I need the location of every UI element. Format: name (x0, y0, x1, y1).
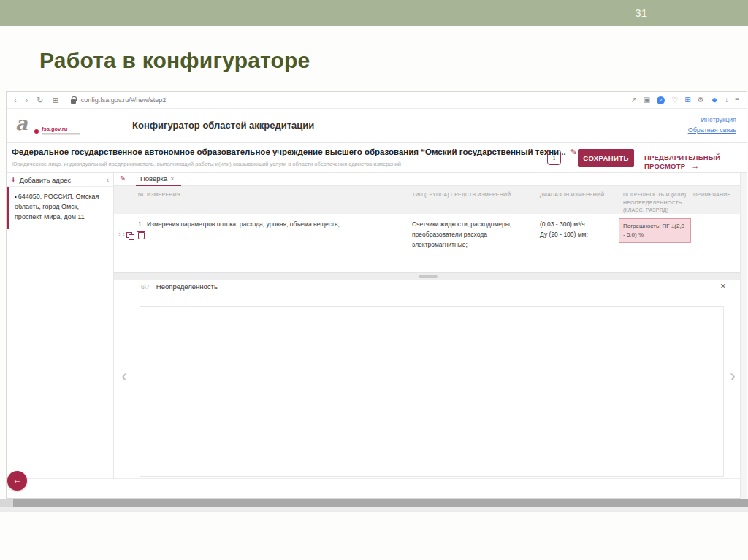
save-button[interactable]: СОХРАНИТЬ (578, 149, 634, 167)
share-icon[interactable]: ↗ (630, 96, 636, 104)
horizontal-scrollbar-track[interactable] (0, 499, 748, 507)
preview-link[interactable]: ПРЕДВАРИТЕЛЬНЫЙ ПРОСМОТР→ (644, 153, 747, 170)
close-panel-icon[interactable]: × (720, 280, 726, 291)
row-measurement: Измерения параметров потока, расхода, ур… (147, 219, 388, 229)
header-links: Инструкция Обратная связь (688, 115, 736, 135)
address-sidebar: + Добавить адрес ‹ •644050, РОССИЯ, Омск… (7, 173, 114, 479)
fsa-logo: a fsa.gov.ru (15, 113, 103, 134)
delete-row-icon[interactable] (138, 232, 145, 239)
add-address-button[interactable]: Добавить адрес (19, 176, 71, 184)
app-title: Конфигуратор областей аккредитации (132, 120, 314, 131)
column-header-type: ТИП (ГРУППА) СРЕДСТВ ИЗМЕРЕНИЙ (412, 191, 511, 199)
row-number: 1 (138, 219, 142, 229)
horizontal-scrollbar-thumb[interactable] (13, 499, 748, 507)
fsa-logo-letter: a (15, 112, 28, 134)
uncertainty-panel-header: 6\7Неопределенность (141, 283, 218, 291)
lock-icon (71, 99, 76, 104)
tab-bar: ✎ Поверка× (114, 173, 741, 186)
main-panel: ✎ Поверка× № ИЗМЕРЕНИЯ ТИП (ГРУППА) СРЕД… (114, 173, 741, 479)
cart-icon[interactable]: ⊞ (684, 96, 690, 104)
plus-icon: + (11, 175, 15, 184)
app-header: a fsa.gov.ru Конфигуратор областей аккре… (7, 109, 747, 143)
content-area: + Добавить адрес ‹ •644050, РОССИЯ, Омск… (7, 173, 741, 479)
address-list-item[interactable]: •644050, РОССИЯ, Омская область, город О… (7, 187, 113, 229)
organization-subtitle: Юридическое лицо, индивидуальный предпри… (12, 161, 401, 167)
divider-grip-icon (419, 275, 438, 278)
column-header-note: ПРИМЕЧАНИЕ (693, 191, 730, 199)
fsa-logo-site: fsa.gov.ru (42, 126, 67, 132)
info-document-icon[interactable]: i (547, 150, 561, 165)
uncertainty-carousel-box (140, 306, 724, 477)
instruction-link[interactable]: Инструкция (688, 115, 736, 125)
shield-icon[interactable]: ✓ (657, 96, 665, 104)
fsa-logo-dot (34, 129, 39, 134)
arrow-right-icon: → (691, 161, 699, 170)
close-tab-icon[interactable]: × (170, 175, 174, 183)
carousel-prev-icon[interactable]: ‹ (121, 366, 127, 386)
row-measurement-range: (0,03 - 300) м³/ч Ду (20 - 100) мм; (540, 219, 613, 239)
organization-name: Федеральное государственное автономное о… (12, 147, 577, 157)
drag-handle-icon[interactable]: ⋮⋮ (116, 229, 125, 237)
column-header-measurements: ИЗМЕРЕНИЯ (147, 191, 180, 199)
address-text: 644050, РОССИЯ, Омская область, город Ом… (15, 193, 99, 220)
edit-org-icon[interactable]: ✎ (570, 147, 577, 156)
carousel-next-icon[interactable]: › (730, 366, 736, 386)
refresh-icon[interactable]: ↻ (37, 96, 43, 105)
vertical-scrollbar[interactable] (740, 173, 747, 499)
feedback-link[interactable]: Обратная связь (688, 125, 736, 135)
bullet-icon: • (15, 193, 17, 200)
browser-extensions: ↗ ▣ ✓ ♡ ⊞ ⚙ ☻ ↓ ≡ (630, 96, 739, 104)
address-bar[interactable]: config.fsa.gov.ru/#/new/step2 (81, 96, 166, 104)
forward-icon[interactable]: › (26, 96, 28, 104)
panel-counter: 6\7 (141, 283, 150, 291)
column-header-error: ПОГРЕШНОСТЬ И (ИЛИ) НЕОПРЕДЕЛЕННОСТЬ (КЛ… (623, 191, 692, 215)
back-icon[interactable]: ‹ (14, 96, 17, 104)
apps-grid-icon[interactable]: ⊞ (53, 96, 59, 105)
copy-row-icon[interactable] (126, 232, 134, 239)
slide-bottom-border (0, 559, 748, 559)
camera-icon[interactable]: ▣ (644, 96, 650, 104)
column-header-num: № (138, 191, 144, 199)
slide-top-bar: 31 (0, 0, 748, 26)
resize-divider[interactable] (114, 272, 741, 280)
panel-title: Неопределенность (156, 283, 218, 291)
slide-title: Работа в конфигураторе (39, 48, 310, 73)
table-row: ⋮⋮ 1 Измерения параметров потока, расход… (114, 214, 741, 256)
browser-toolbar: ‹ › ↻ ⊞ config.fsa.gov.ru/#/new/step2 ↗ … (7, 92, 747, 109)
scrollbar-shadow-strip (0, 507, 748, 512)
profile-icon[interactable]: ☻ (711, 96, 719, 104)
error-value-field[interactable]: Погрешность: ПГ ±(2,0 - 5,0) % (619, 218, 691, 243)
download-icon[interactable]: ↓ (725, 96, 728, 104)
browser-screenshot: ‹ › ↻ ⊞ config.fsa.gov.ru/#/new/step2 ↗ … (6, 91, 747, 499)
row-instrument-type: Счетчики жидкости, расходомеры, преобраз… (412, 219, 536, 250)
tab-poverka[interactable]: Поверка× (140, 174, 175, 183)
edit-tab-icon[interactable]: ✎ (120, 174, 126, 183)
settings-icon[interactable]: ⚙ (698, 96, 704, 104)
heart-icon[interactable]: ♡ (671, 96, 678, 104)
organization-bar: Федеральное государственное автономное о… (7, 143, 747, 173)
menu-icon[interactable]: ≡ (735, 96, 739, 104)
fsa-logo-subline (42, 133, 80, 135)
back-step-button[interactable]: ← (7, 471, 27, 491)
collapse-sidebar-icon[interactable]: ‹ (107, 176, 109, 184)
sidebar-header: + Добавить адрес ‹ (7, 173, 113, 187)
column-header-range: ДИАПАЗОН ИЗМЕРЕНИЙ (540, 191, 604, 199)
slide-page-number: 31 (635, 7, 647, 19)
table-header: № ИЗМЕРЕНИЯ ТИП (ГРУППА) СРЕДСТВ ИЗМЕРЕН… (114, 186, 741, 214)
